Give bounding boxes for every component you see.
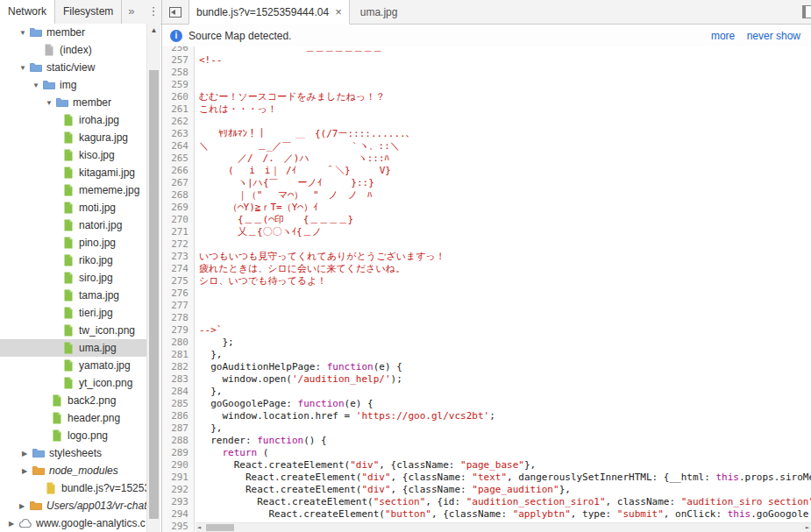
tree-item-kitagami-jpg[interactable]: kitagami.jpg — [0, 164, 148, 181]
tab-network[interactable]: Network — [0, 0, 55, 25]
code-line[interactable]: 258 — [162, 67, 811, 79]
code-line[interactable]: 282 goAuditionHelpPage: function(e) { — [162, 361, 811, 373]
code-line[interactable]: 262 — [162, 116, 811, 128]
code-line[interactable]: 279-->` — [162, 324, 811, 337]
code-line[interactable]: 277 — [162, 300, 811, 312]
tree-item-kiso-jpg[interactable]: kiso.jpg — [0, 146, 148, 164]
collapse-arrow-icon[interactable]: ▼ — [19, 29, 29, 37]
line-number[interactable]: 264 — [162, 140, 195, 153]
tree-item-uma-jpg[interactable]: uma.jpg — [0, 339, 148, 357]
code-line[interactable]: 259 — [162, 79, 811, 91]
expand-arrow-icon[interactable]: ▶ — [22, 450, 32, 458]
line-number[interactable]: 271 — [162, 226, 195, 238]
line-number[interactable]: 261 — [162, 103, 195, 116]
tree-item-bundle-js-v-1525359444-04[interactable]: bundle.js?v=1525359444.04 — [0, 479, 148, 497]
close-tab-icon[interactable]: × — [335, 6, 342, 18]
line-number[interactable]: 285 — [162, 398, 195, 410]
code-line[interactable]: 283 window.open('/audition_help/'); — [162, 373, 811, 386]
sidebar-scrollbar[interactable]: ▲ — [146, 24, 160, 532]
code-line[interactable]: 273いつもいつも見守ってくれてありがとうございますっ！ — [162, 251, 811, 263]
code-line[interactable]: 293 React.createElement("section", {id: … — [162, 496, 811, 508]
line-number[interactable]: 267 — [162, 177, 195, 189]
line-number[interactable]: 273 — [162, 251, 195, 263]
code-line[interactable]: 275シロ、いつでも待ってるよ！ — [162, 275, 811, 287]
tree-item-kagura-jpg[interactable]: kagura.jpg — [0, 129, 148, 146]
line-number[interactable]: 268 — [162, 189, 195, 202]
line-number[interactable]: 270 — [162, 214, 195, 226]
tree-item-tama-jpg[interactable]: tama.jpg — [0, 287, 148, 304]
code-line[interactable]: 290 React.createElement("div", {classNam… — [162, 459, 811, 472]
tab-overflow-chevron-icon[interactable]: » — [122, 0, 140, 24]
code-line[interactable]: 287 }, — [162, 422, 811, 435]
tree-item-img[interactable]: ▼img — [0, 76, 148, 94]
line-number[interactable]: 262 — [162, 116, 195, 128]
expand-arrow-icon[interactable]: ▶ — [19, 502, 29, 510]
line-number[interactable]: 263 — [162, 128, 195, 140]
tree-item-www-google-analytics-c[interactable]: ▶www.google-analytics.c — [0, 514, 148, 532]
tree-item-tw-icon-png[interactable]: tw_icon.png — [0, 322, 148, 339]
code-line[interactable]: 288 render: function() { — [162, 435, 811, 447]
line-number[interactable]: 286 — [162, 410, 195, 422]
code-line[interactable]: 292 React.createElement("div", {classNam… — [162, 484, 811, 496]
tree-item-iroha-jpg[interactable]: iroha.jpg — [0, 111, 148, 129]
code-line[interactable]: 261これは・・・っ！ — [162, 103, 811, 116]
line-number[interactable]: 275 — [162, 275, 195, 287]
tree-item-back2-png[interactable]: back2.png — [0, 392, 148, 409]
editor-tab-bundle-js[interactable]: bundle.js?v=1525359444.04 × — [189, 0, 350, 25]
line-number[interactable]: 290 — [162, 459, 195, 472]
sidebar-scrollbar-thumb[interactable] — [149, 70, 159, 519]
tree-item-stylesheets[interactable]: ▶stylesheets — [0, 444, 148, 462]
tree-item-member[interactable]: ▼member — [0, 94, 148, 111]
expand-arrow-icon[interactable]: ▶ — [22, 467, 32, 475]
horizontal-scrollbar-thumb[interactable] — [206, 524, 234, 531]
code-line[interactable]: 284 }, — [162, 386, 811, 398]
tree-item-mememe-jpg[interactable]: mememe.jpg — [0, 181, 148, 199]
line-number[interactable]: 260 — [162, 91, 195, 103]
navigator-toggle-icon[interactable] — [162, 0, 189, 24]
code-line[interactable]: 276 — [162, 287, 811, 300]
code-line[interactable]: 281 }, — [162, 349, 811, 361]
horizontal-scrollbar[interactable]: ◄ ► — [196, 522, 811, 532]
tree-item-moti-jpg[interactable]: moti.jpg — [0, 199, 148, 216]
line-number[interactable]: 291 — [162, 472, 195, 484]
expand-arrow-icon[interactable]: ▶ — [9, 520, 18, 528]
tree-item-pino-jpg[interactable]: pino.jpg — [0, 234, 148, 252]
line-number[interactable]: 274 — [162, 263, 195, 275]
code-line[interactable]: 291 React.createElement("div", {classNam… — [162, 472, 811, 484]
code-line[interactable]: 271 乂＿{〇〇ヽｲ{＿ノ — [162, 226, 811, 238]
line-number[interactable]: 269 — [162, 202, 195, 214]
scroll-up-icon[interactable]: ▲ — [147, 24, 160, 37]
line-number[interactable]: 279 — [162, 324, 195, 337]
line-number[interactable]: 259 — [162, 79, 195, 91]
code-line[interactable]: 289 return ( — [162, 447, 811, 459]
code-line[interactable]: 264＼ ＿_／￣ ｀ヽ、::＼ — [162, 140, 811, 153]
line-number[interactable]: 292 — [162, 484, 195, 496]
code-line[interactable]: 267 ヽ|ハ{￣ ーノｲ }::} — [162, 177, 811, 189]
code-line[interactable]: 263 ﾔﾘｵﾙﾏﾝ！｜ ＿ {(/7ー::::......、 — [162, 128, 811, 140]
code-line[interactable]: 286 window.location.href = 'https://goo.… — [162, 410, 811, 422]
tree-item-node-modules[interactable]: ▶node_modules — [0, 462, 148, 479]
more-link[interactable]: more — [711, 30, 735, 42]
collapse-arrow-icon[interactable]: ▼ — [46, 99, 55, 107]
never-show-link[interactable]: never show — [747, 30, 800, 42]
code-line[interactable]: 278 — [162, 312, 811, 324]
tree-item-users-app013-vr-chat[interactable]: ▶Users/app013/vr-chat — [0, 497, 148, 514]
code-line[interactable]: 268 ｜（" マ⌒） " ノ ノ ﾊ — [162, 189, 811, 202]
code-line[interactable]: 256 ＿＿＿＿＿＿＿＿ — [162, 46, 811, 54]
code-line[interactable]: 280 }; — [162, 337, 811, 349]
line-number[interactable]: 294 — [162, 508, 195, 521]
line-number[interactable]: 283 — [162, 373, 195, 386]
line-number[interactable]: 287 — [162, 422, 195, 435]
scroll-right-icon[interactable]: ► — [806, 523, 809, 532]
line-number[interactable]: 266 — [162, 165, 195, 177]
code-line[interactable]: 265 ／/ /. ／)ハ ヽ:::ﾊ — [162, 153, 811, 165]
tree-item-logo-png[interactable]: logo.png — [0, 427, 148, 444]
code-line[interactable]: 269 （⌒Y)≧ｒT=（Y⌒）ｲ — [162, 202, 811, 214]
line-number[interactable]: 265 — [162, 153, 195, 165]
tree-item-siro-jpg[interactable]: siro.jpg — [0, 269, 148, 287]
code-editor[interactable]: 256 ＿＿＿＿＿＿＿＿257<!--258259260むむー！ソースコードをみ… — [162, 46, 811, 532]
line-number[interactable]: 272 — [162, 238, 195, 251]
line-number[interactable]: 282 — [162, 361, 195, 373]
code-line[interactable]: 260むむー！ソースコードをみましたねっ！？ — [162, 91, 811, 103]
tree-item-riko-jpg[interactable]: riko.jpg — [0, 252, 148, 269]
